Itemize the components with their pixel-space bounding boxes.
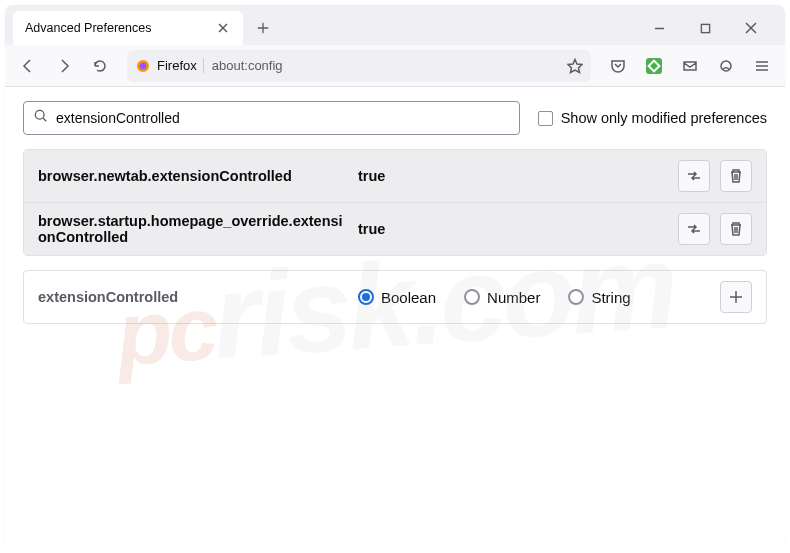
window-controls: [645, 14, 777, 42]
toggle-button[interactable]: [678, 213, 710, 245]
show-modified-checkbox[interactable]: Show only modified preferences: [538, 110, 767, 126]
account-button[interactable]: [711, 51, 741, 81]
radio-number[interactable]: Number: [464, 289, 540, 306]
radio-label: Number: [487, 289, 540, 306]
checkbox-icon: [538, 111, 553, 126]
extension-button[interactable]: [639, 51, 669, 81]
toggle-button[interactable]: [678, 160, 710, 192]
bookmark-star-icon[interactable]: [567, 58, 583, 74]
radio-boolean[interactable]: Boolean: [358, 289, 436, 306]
preference-value: true: [358, 221, 668, 237]
checkbox-label: Show only modified preferences: [561, 110, 767, 126]
url-identity: Firefox: [157, 58, 204, 73]
toolbar: Firefox about:config: [5, 45, 785, 87]
type-radio-group: Boolean Number String: [358, 289, 710, 306]
radio-label: String: [591, 289, 630, 306]
new-preference-name: extensionControlled: [38, 289, 348, 305]
tab-title: Advanced Preferences: [25, 21, 215, 35]
reload-button[interactable]: [85, 51, 115, 81]
svg-point-2: [140, 62, 147, 69]
preference-row[interactable]: browser.startup.homepage_override.extens…: [24, 203, 766, 255]
svg-point-4: [35, 110, 44, 119]
tab-close-button[interactable]: [215, 20, 231, 36]
radio-string[interactable]: String: [568, 289, 630, 306]
back-button[interactable]: [13, 51, 43, 81]
search-input[interactable]: [56, 110, 509, 126]
radio-icon: [464, 289, 480, 305]
new-preference-table: extensionControlled Boolean Number Strin…: [23, 270, 767, 324]
delete-button[interactable]: [720, 213, 752, 245]
preference-table: browser.newtab.extensionControlled true …: [23, 149, 767, 256]
search-icon: [34, 109, 48, 127]
browser-tab[interactable]: Advanced Preferences: [13, 11, 243, 45]
window-minimize-button[interactable]: [645, 14, 673, 42]
new-preference-row: extensionControlled Boolean Number Strin…: [24, 271, 766, 323]
preference-row[interactable]: browser.newtab.extensionControlled true: [24, 150, 766, 203]
window-maximize-button[interactable]: [691, 14, 719, 42]
url-bar[interactable]: Firefox about:config: [127, 50, 591, 82]
preference-value: true: [358, 168, 668, 184]
menu-button[interactable]: [747, 51, 777, 81]
window-close-button[interactable]: [737, 14, 765, 42]
mail-button[interactable]: [675, 51, 705, 81]
new-tab-button[interactable]: [249, 14, 277, 42]
radio-label: Boolean: [381, 289, 436, 306]
forward-button[interactable]: [49, 51, 79, 81]
preference-name: browser.startup.homepage_override.extens…: [38, 213, 348, 245]
svg-rect-0: [701, 24, 709, 32]
add-button[interactable]: [720, 281, 752, 313]
radio-icon: [568, 289, 584, 305]
search-box[interactable]: [23, 101, 520, 135]
tab-bar: Advanced Preferences: [5, 5, 785, 45]
firefox-icon: [135, 58, 151, 74]
url-text: about:config: [212, 58, 561, 73]
delete-button[interactable]: [720, 160, 752, 192]
content-area: Show only modified preferences browser.n…: [5, 87, 785, 338]
preference-name: browser.newtab.extensionControlled: [38, 168, 348, 184]
svg-point-3: [721, 61, 731, 71]
pocket-button[interactable]: [603, 51, 633, 81]
radio-icon: [358, 289, 374, 305]
